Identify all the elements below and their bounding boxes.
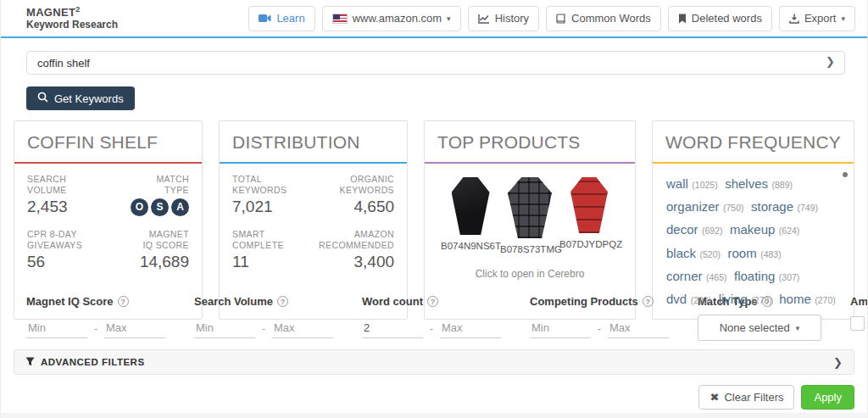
marketplace-select[interactable]: www.amazon.com ▾: [322, 6, 461, 31]
header-buttons: Learn www.amazon.com ▾ History Common Wo…: [248, 6, 855, 31]
word-frequency-item[interactable]: corner 465: [666, 269, 727, 283]
magnet-iq-value: 14,689: [108, 253, 190, 272]
logo-title: MAGNET2: [26, 5, 118, 20]
keyword-card-body: SEARCH VOLUME 2,453 MATCH TYPE O S A CPR…: [14, 164, 202, 319]
search-volume-min-input[interactable]: [194, 320, 255, 338]
book-icon: [556, 14, 566, 24]
x-icon: ✖: [709, 391, 719, 404]
product-image-red-coffin-shelf: [570, 177, 608, 233]
app-logo: MAGNET2 Keyword Research: [26, 5, 118, 31]
match-type-label: MATCH TYPE: [108, 174, 190, 195]
export-button[interactable]: Export ▾: [779, 6, 855, 31]
search-volume-stat: SEARCH VOLUME 2,453: [27, 174, 108, 217]
search-volume-max-input[interactable]: [272, 320, 333, 338]
keyword-search-wrap: ❯: [26, 51, 845, 75]
top-products-card: TOP PRODUCTS B074N9NS6T B078S73TMG B07DJ…: [424, 120, 636, 320]
bookmark-icon: [678, 14, 687, 24]
word-frequency-item[interactable]: shelves 889: [725, 176, 793, 191]
apply-button[interactable]: Apply: [801, 385, 854, 410]
range-dash: -: [430, 323, 433, 335]
cpr-giveaways-stat: CPR 8-DAY GIVEAWAYS 56: [27, 229, 108, 272]
total-keywords-stat: TOTAL KEYWORDS 7,021: [232, 174, 314, 217]
competing-products-min-input[interactable]: [530, 320, 591, 338]
product-item[interactable]: B078S73TMG: [500, 177, 559, 254]
magnet-iq-stat: MAGNET IQ SCORE 14,689: [108, 229, 190, 272]
amazon-recommended-badge: A: [171, 198, 189, 216]
product-asin: B074N9NS6T: [441, 241, 500, 251]
smart-complete-stat: SMART COMPLETE 11: [232, 229, 314, 272]
product-item[interactable]: B074N9NS6T: [441, 177, 500, 254]
scrollbar-dot[interactable]: [843, 172, 848, 177]
product-asin: B07DJYDPQZ: [559, 239, 619, 249]
us-flag-icon: [332, 14, 348, 24]
word-frequency-item[interactable]: living 278: [719, 292, 772, 306]
product-list: B074N9NS6T B078S73TMG B07DJYDPQZ: [437, 174, 622, 254]
common-words-button[interactable]: Common Words: [546, 6, 661, 31]
organic-keywords-label: ORGANIC KEYWORDS: [314, 174, 395, 195]
word-frequency-item[interactable]: decor 692: [666, 222, 723, 237]
search-icon: [37, 92, 48, 105]
chevron-down-icon: ▾: [447, 14, 451, 23]
organic-keywords-stat: ORGANIC KEYWORDS 4,650: [314, 174, 395, 217]
competing-products-max-input[interactable]: [608, 320, 669, 338]
word-count-min-input[interactable]: [362, 320, 423, 338]
chevron-down-icon: ▾: [841, 14, 845, 23]
word-count-max-input[interactable]: [440, 320, 501, 338]
magnet-iq-label: MAGNET IQ SCORE: [108, 229, 190, 250]
word-frequency-item[interactable]: wall 1025: [666, 176, 718, 191]
keyword-summary-card: COFFIN SHELF SEARCH VOLUME 2,453 MATCH T…: [14, 120, 203, 320]
cerebro-note: Click to open in Cerebro: [437, 268, 622, 280]
organic-badge: O: [131, 198, 148, 216]
search-volume-label: SEARCH VOLUME: [27, 174, 108, 195]
amazon-recommended-label: AMAZON RECOMMENDED: [314, 229, 395, 250]
product-image-black-coffin-shelf: [452, 177, 490, 235]
advanced-filters-label: ADVANCED FILTERS: [41, 357, 145, 367]
history-button[interactable]: History: [468, 6, 539, 31]
match-type-badges: O S A: [108, 198, 190, 216]
word-frequency-item[interactable]: black 520: [666, 246, 721, 260]
keyword-card-title: COFFIN SHELF: [14, 121, 202, 164]
range-dash: -: [94, 323, 97, 335]
total-keywords-value: 7,021: [232, 198, 314, 217]
product-item[interactable]: B07DJYDPQZ: [559, 177, 619, 254]
word-frequency-item[interactable]: room 483: [728, 246, 782, 260]
organic-keywords-value: 4,650: [314, 198, 395, 217]
word-frequency-item[interactable]: organizer 750: [666, 199, 744, 214]
word-frequency-card: WORD FREQUENCY wall 1025 shelves 889 org…: [652, 120, 854, 320]
word-frequency-item[interactable]: dvd 293: [666, 292, 711, 306]
word-frequency-card-title: WORD FREQUENCY: [653, 121, 854, 164]
advanced-filters-bar[interactable]: ADVANCED FILTERS ❯: [14, 349, 854, 375]
cpr-giveaways-label: CPR 8-DAY GIVEAWAYS: [27, 229, 108, 250]
top-products-card-title: TOP PRODUCTS: [425, 121, 635, 164]
total-keywords-label: TOTAL KEYWORDS: [232, 174, 314, 195]
magnet-keyword-research-app: MAGNET2 Keyword Research Learn www.amazo…: [0, 0, 868, 418]
distribution-card-title: DISTRIBUTION: [220, 121, 407, 164]
chevron-right-icon[interactable]: ❯: [826, 55, 835, 68]
amazon-recommended-stat: AMAZON RECOMMENDED 3,400: [314, 229, 395, 272]
clear-filters-button[interactable]: ✖ Clear Filters: [698, 385, 794, 410]
chevron-down-icon: ▾: [796, 324, 800, 332]
range-dash: -: [262, 323, 265, 335]
smart-complete-badge: S: [151, 198, 169, 216]
magnet-iq-min-input[interactable]: [26, 320, 87, 338]
top-products-card-body: B074N9NS6T B078S73TMG B07DJYDPQZ Click t…: [425, 164, 635, 319]
word-frequency-item[interactable]: makeup 624: [730, 222, 799, 237]
word-frequency-item[interactable]: storage 749: [751, 199, 818, 214]
help-icon[interactable]: ?: [643, 296, 654, 307]
video-camera-icon: [259, 14, 271, 23]
logo-subtitle: Keyword Research: [26, 20, 118, 31]
range-dash: -: [598, 323, 601, 335]
smart-complete-label: SMART COMPLETE: [232, 229, 314, 250]
get-keywords-button[interactable]: Get Keywords: [26, 86, 135, 110]
amazon-recommended-value: 3,400: [314, 253, 395, 272]
smart-complete-value: 11: [232, 253, 314, 272]
chart-line-icon: [478, 14, 490, 24]
deleted-words-button[interactable]: Deleted words: [668, 6, 772, 31]
magnet-iq-max-input[interactable]: [104, 320, 165, 338]
chevron-right-icon: ❯: [833, 356, 843, 369]
keyword-search-input[interactable]: [26, 51, 845, 75]
learn-button[interactable]: Learn: [248, 6, 314, 31]
word-frequency-item[interactable]: floating 307: [734, 269, 799, 283]
download-icon: [789, 14, 799, 24]
word-frequency-item[interactable]: home 270: [779, 292, 836, 306]
